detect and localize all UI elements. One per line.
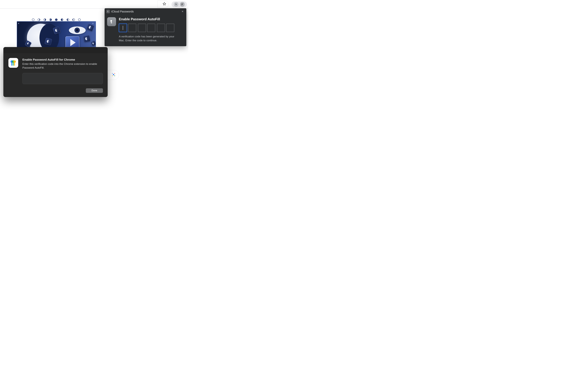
- extension-icloud-passwords-icon[interactable]: [180, 2, 185, 7]
- google-lens-icon[interactable]: [112, 73, 116, 77]
- popup-title: iCloud Passwords: [111, 10, 179, 13]
- doodle-play-button[interactable]: [66, 36, 80, 48]
- svg-marker-0: [163, 2, 166, 5]
- svg-rect-6: [114, 76, 115, 76]
- code-box-6[interactable]: [166, 24, 174, 32]
- svg-rect-12: [111, 23, 112, 23]
- popup-heading: Enable Password AutoFill: [119, 17, 183, 21]
- popup-header: iCloud Passwords ×: [104, 8, 186, 15]
- dialog-heading: Enable Password AutoFill for Chrome: [22, 58, 103, 61]
- done-button[interactable]: Done: [86, 88, 103, 93]
- close-icon: ×: [182, 10, 184, 13]
- extensions-pill: h: [172, 2, 187, 7]
- code-box-4[interactable]: [147, 24, 155, 32]
- icloud-passwords-popup: iCloud Passwords × Enable Password AutoF…: [104, 8, 186, 46]
- dialog-titlebar: [3, 47, 108, 53]
- code-box-1[interactable]: [119, 24, 127, 32]
- code-box-2[interactable]: [128, 24, 136, 32]
- chrome-toolbar: h: [0, 0, 188, 8]
- extension-honey-icon[interactable]: h: [174, 2, 178, 7]
- star-icon[interactable]: [162, 2, 166, 6]
- system-dialog: Enable Password AutoFill for Chrome Ente…: [3, 47, 108, 97]
- doodle-tiles: [17, 22, 96, 48]
- code-box-5[interactable]: [157, 24, 165, 32]
- dialog-code-display: [22, 73, 103, 84]
- dialog-body: Enable Password AutoFill for Chrome Ente…: [3, 53, 108, 88]
- omnibox-bookmark-area: [158, 0, 169, 8]
- dialog-subtext: Enter this verification code into the Ch…: [22, 62, 98, 70]
- svg-point-5: [113, 74, 114, 75]
- passwords-color-icon: [8, 58, 18, 68]
- dialog-footer: Done: [3, 88, 108, 97]
- popup-body: Enable Password AutoFill A verification …: [104, 15, 186, 46]
- key-icon: [106, 10, 110, 13]
- verification-code-input[interactable]: [119, 24, 183, 32]
- google-doodle[interactable]: ✦ ✦: [17, 21, 96, 48]
- search-lens-button-area: [106, 70, 119, 80]
- svg-rect-3: [182, 5, 182, 5]
- popup-hint: A verification code has been generated b…: [119, 34, 176, 42]
- extension-letter: h: [176, 3, 177, 6]
- doodle-moon-phase-row: [17, 18, 95, 21]
- code-box-3[interactable]: [138, 24, 146, 32]
- svg-rect-8: [108, 11, 108, 12]
- passwords-app-icon: [107, 17, 116, 26]
- close-button[interactable]: ×: [181, 10, 184, 13]
